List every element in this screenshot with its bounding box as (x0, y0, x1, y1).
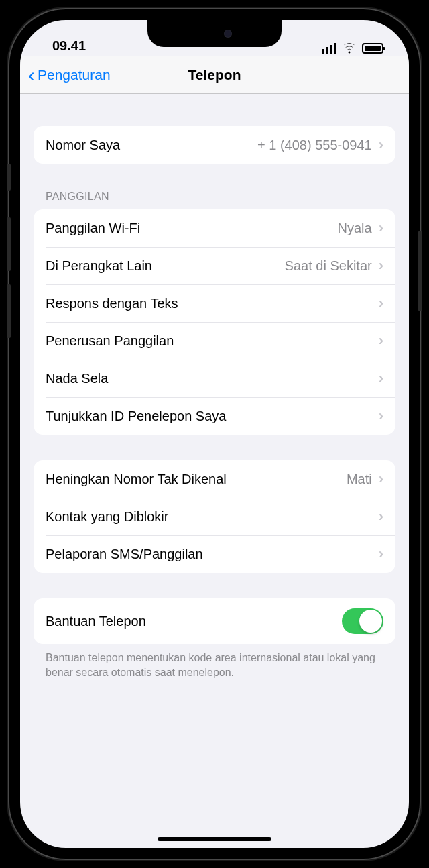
row-label: Panggilan Wi-Fi (46, 221, 338, 236)
phone-frame: 09.41 ‹ Pengaturan Telepon (9, 9, 420, 859)
chevron-right-icon: › (379, 136, 383, 154)
my-number-group: Nomor Saya + 1 (408) 555-0941 › (34, 126, 395, 164)
dial-assist-label: Bantuan Telepon (46, 614, 342, 629)
power-button (418, 231, 422, 311)
row-label: Penerusan Panggilan (46, 333, 379, 349)
silence-group: Heningkan Nomor Tak Dikenal Mati › Konta… (34, 460, 395, 573)
chevron-right-icon: › (379, 407, 383, 425)
wifi-calling-row[interactable]: Panggilan Wi-Fi Nyala › (34, 209, 395, 247)
row-label: Pelaporan SMS/Panggilan (46, 547, 379, 562)
toggle-knob (359, 610, 382, 633)
other-devices-row[interactable]: Di Perangkat Lain Saat di Sekitar › (34, 247, 395, 284)
wifi-icon (342, 43, 357, 54)
my-number-label: Nomor Saya (46, 138, 257, 153)
calls-header: PANGGILAN (34, 191, 395, 209)
chevron-left-icon: ‹ (28, 65, 35, 85)
chevron-right-icon: › (379, 508, 383, 525)
row-value: Saat di Sekitar (285, 258, 372, 274)
chevron-right-icon: › (379, 219, 383, 237)
sms-call-reporting-row[interactable]: Pelaporan SMS/Panggilan › (34, 535, 395, 573)
page-title: Telepon (188, 67, 241, 83)
dial-assist-row[interactable]: Bantuan Telepon (34, 598, 395, 644)
mute-switch (7, 164, 11, 191)
dial-assist-group: Bantuan Telepon Bantuan telepon menentuk… (34, 598, 395, 680)
volume-up-button (7, 217, 11, 271)
row-label: Tunjukkan ID Penelepon Saya (46, 409, 379, 424)
call-waiting-row[interactable]: Nada Sela › (34, 360, 395, 397)
cellular-signal-icon (322, 43, 336, 54)
silence-unknown-row[interactable]: Heningkan Nomor Tak Dikenal Mati › (34, 460, 395, 498)
row-label: Heningkan Nomor Tak Dikenal (46, 472, 347, 487)
row-value: Nyala (338, 221, 372, 236)
row-label: Di Perangkat Lain (46, 258, 285, 274)
screen: 09.41 ‹ Pengaturan Telepon (20, 20, 409, 848)
calls-group: PANGGILAN Panggilan Wi-Fi Nyala › Di Per… (34, 191, 395, 435)
notch (147, 20, 282, 47)
home-indicator[interactable] (158, 837, 271, 841)
show-caller-id-row[interactable]: Tunjukkan ID Penelepon Saya › (34, 397, 395, 435)
chevron-right-icon: › (379, 545, 383, 563)
chevron-right-icon: › (379, 332, 383, 349)
chevron-right-icon: › (379, 294, 383, 312)
camera-icon (224, 30, 232, 38)
dial-assist-toggle[interactable] (342, 608, 383, 634)
status-right (322, 43, 383, 54)
content-area: Nomor Saya + 1 (408) 555-0941 › PANGGILA… (20, 126, 409, 680)
chevron-right-icon: › (379, 370, 383, 387)
my-number-row[interactable]: Nomor Saya + 1 (408) 555-0941 › (34, 126, 395, 164)
back-label: Pengaturan (38, 67, 111, 83)
back-button[interactable]: ‹ Pengaturan (28, 65, 111, 85)
volume-down-button (7, 284, 11, 338)
row-value: Mati (347, 472, 372, 487)
dial-assist-footer: Bantuan telepon menentukan kode area int… (34, 644, 395, 680)
chevron-right-icon: › (379, 257, 383, 274)
battery-icon (362, 43, 383, 54)
blocked-contacts-row[interactable]: Kontak yang Diblokir › (34, 498, 395, 535)
row-label: Respons dengan Teks (46, 296, 379, 311)
chevron-right-icon: › (379, 470, 383, 488)
row-label: Nada Sela (46, 371, 379, 386)
navigation-bar: ‹ Pengaturan Telepon (20, 56, 409, 94)
call-forwarding-row[interactable]: Penerusan Panggilan › (34, 322, 395, 360)
row-label: Kontak yang Diblokir (46, 509, 379, 525)
status-time: 09.41 (52, 38, 86, 54)
my-number-value: + 1 (408) 555-0941 (257, 138, 372, 153)
respond-with-text-row[interactable]: Respons dengan Teks › (34, 284, 395, 322)
